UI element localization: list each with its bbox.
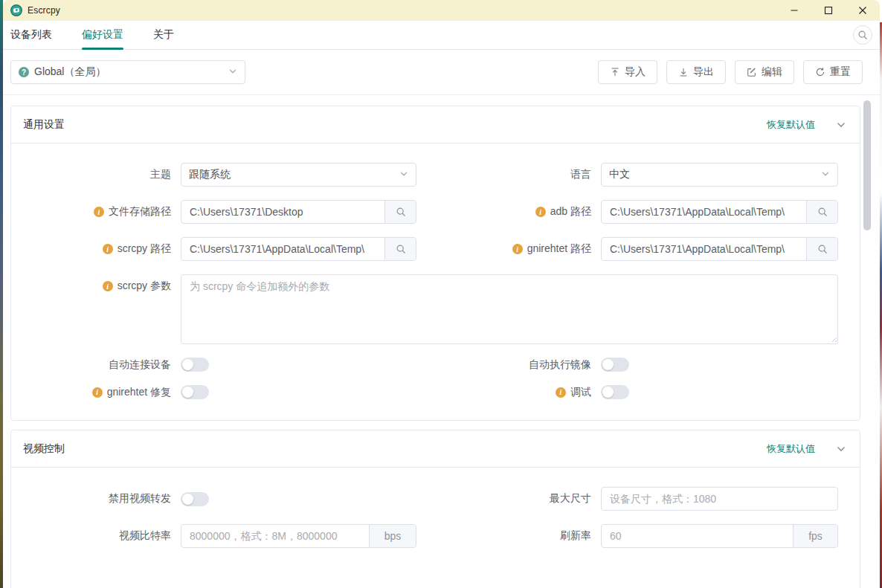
import-button-label: 导入 [625,65,646,79]
language-select[interactable]: 中文 [601,163,838,187]
export-button[interactable]: 导出 [666,60,726,84]
tab-device-list[interactable]: 设备列表 [10,21,52,49]
search-icon [396,207,406,217]
info-icon: i [103,281,113,291]
scrcpy-path-browse-button[interactable] [384,238,416,260]
debug-label-cell: i 调试 [416,386,601,399]
download-icon [678,67,689,77]
tab-device-list-label: 设备列表 [10,28,52,42]
refresh-rate-unit: fps [793,525,837,547]
maximize-button[interactable] [811,0,846,21]
preferences-content: 通用设置 恢复默认值 主题 跟随系统 [3,95,880,588]
video-collapse-chevron-icon[interactable] [836,444,846,454]
gnirehtet-fix-label: gnirehtet 修复 [107,386,171,399]
auto-connect-label: 自动连接设备 [109,358,171,372]
video-control-card: 视频控制 恢复默认值 禁用视频转发 最大尺 [10,430,860,588]
preferences-toolbar: ? Global（全局） 导入 导出 编辑 重置 [3,50,880,95]
file-path-input[interactable] [181,201,384,223]
search-icon [857,30,868,40]
gnirehtet-path-input[interactable] [602,238,806,260]
max-size-label-cell: 最大尺寸 [416,492,601,505]
question-icon: ? [19,67,29,77]
auto-mirror-label-cell: 自动执行镜像 [416,358,601,372]
scrcpy-path-label-cell: i scrcpy 路径 [11,242,181,256]
tab-about-label: 关于 [153,28,174,42]
video-control-title: 视频控制 [23,442,65,456]
language-label-cell: 语言 [416,168,601,181]
disable-video-label: 禁用视频转发 [109,492,171,505]
app-icon [10,4,22,16]
scrcpy-path-label: scrcpy 路径 [118,242,171,256]
auto-connect-label-cell: 自动连接设备 [11,358,181,372]
edit-button[interactable]: 编辑 [735,60,794,84]
scope-select[interactable]: ? Global（全局） [10,60,245,84]
bitrate-unit: bps [369,525,416,547]
info-icon: i [94,207,104,217]
bitrate-label: 视频比特率 [119,529,171,543]
max-size-field [601,487,838,511]
adb-path-field [601,200,838,224]
refresh-rate-field: fps [601,524,838,548]
scrcpy-args-label-cell: i scrcpy 参数 [11,280,181,293]
max-size-input[interactable] [602,488,837,510]
theme-label-cell: 主题 [11,168,181,181]
auto-mirror-toggle[interactable] [601,358,629,372]
search-icon [817,244,828,254]
app-window: Escrcpy 设备列表 偏好设置 关于 ? [3,0,880,588]
file-path-field [181,200,416,224]
bitrate-label-cell: 视频比特率 [11,529,181,543]
auto-mirror-label: 自动执行镜像 [529,358,591,372]
refresh-icon [815,67,825,77]
search-button[interactable] [853,25,872,45]
disable-video-cell [181,492,416,506]
scrcpy-path-input[interactable] [181,238,384,260]
search-icon [817,207,828,217]
tab-about[interactable]: 关于 [153,21,174,49]
debug-toggle[interactable] [601,385,629,399]
adb-path-browse-button[interactable] [806,201,837,223]
general-collapse-chevron-icon[interactable] [836,120,846,130]
disable-video-toggle[interactable] [181,492,209,506]
chevron-down-icon [228,65,237,79]
scrcpy-path-field [181,237,416,261]
file-path-label-cell: i 文件存储路径 [11,205,181,219]
titlebar: Escrcpy [3,0,880,21]
reset-button-label: 重置 [830,65,851,79]
search-icon [396,244,406,254]
auto-connect-cell [181,358,416,372]
video-restore-defaults-link[interactable]: 恢复默认值 [767,442,815,456]
toggle-knob [182,494,193,505]
toggle-knob [182,359,193,370]
toggle-knob [602,387,614,398]
chevron-down-icon [821,168,830,181]
edit-icon [747,67,757,77]
adb-path-label-cell: i adb 路径 [416,205,601,219]
auto-connect-toggle[interactable] [181,358,209,372]
import-button[interactable]: 导入 [598,60,657,84]
refresh-rate-input[interactable] [602,525,793,547]
tab-preferences[interactable]: 偏好设置 [82,21,123,49]
gnirehtet-fix-toggle[interactable] [181,385,209,399]
file-path-label: 文件存储路径 [109,205,171,219]
gnirehtet-path-field [601,237,838,261]
toggle-knob [602,359,614,370]
scrcpy-args-label: scrcpy 参数 [118,280,171,293]
general-restore-defaults-link[interactable]: 恢复默认值 [767,118,815,132]
disable-video-label-cell: 禁用视频转发 [11,492,181,505]
refresh-rate-label-cell: 刷新率 [416,529,601,543]
gnirehtet-path-browse-button[interactable] [806,238,837,260]
minimize-button[interactable] [777,0,811,21]
vertical-scrollbar[interactable] [863,100,871,230]
tab-preferences-label: 偏好设置 [82,28,123,42]
theme-select[interactable]: 跟随系统 [181,163,416,187]
edit-button-label: 编辑 [762,65,782,79]
file-path-browse-button[interactable] [384,201,416,223]
scrcpy-args-textarea[interactable] [181,274,838,344]
scope-select-value: Global（全局） [34,65,106,79]
info-icon: i [535,207,546,217]
adb-path-input[interactable] [602,201,806,223]
theme-select-value: 跟随系统 [189,168,231,181]
close-button[interactable] [846,0,880,21]
bitrate-input[interactable] [181,525,369,547]
reset-button[interactable]: 重置 [803,60,863,84]
